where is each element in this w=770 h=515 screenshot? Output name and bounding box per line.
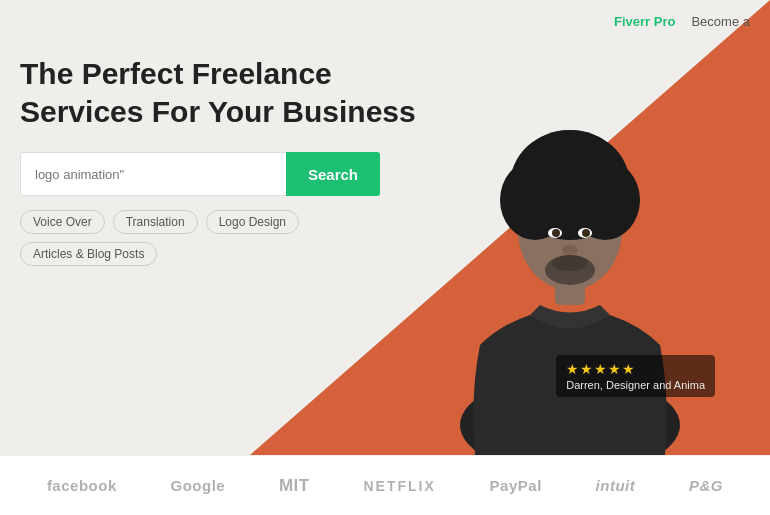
header-nav: Fiverr Pro Become a	[614, 14, 750, 29]
header: Fiverr Pro Become a	[0, 0, 770, 42]
rating-badge: ★★★★★ Darren, Designer and Anima	[556, 355, 715, 397]
svg-point-9	[552, 229, 560, 237]
svg-point-11	[562, 245, 578, 255]
tag-articles[interactable]: Articles & Blog Posts	[20, 242, 157, 266]
person-title: Designer and Anima	[606, 379, 705, 391]
quick-tags: Voice Over Translation Logo Design Artic…	[20, 210, 420, 266]
search-bar: Search	[20, 152, 380, 196]
hero-title-line2: Services For Your Business	[20, 95, 416, 128]
brand-paypal: PayPal	[490, 477, 542, 494]
brand-pg: P&G	[689, 477, 723, 494]
person-name: Darren,	[566, 379, 603, 391]
svg-point-6	[520, 130, 620, 210]
svg-point-10	[582, 229, 590, 237]
tag-translation[interactable]: Translation	[113, 210, 198, 234]
brands-bar: facebook Google MIT NETFLIX PayPal intui…	[0, 455, 770, 515]
hero-section: The Perfect Freelance Services For Your …	[0, 0, 770, 455]
fiverr-pro-link[interactable]: Fiverr Pro	[614, 14, 675, 29]
tag-voice-over[interactable]: Voice Over	[20, 210, 105, 234]
rating-stars: ★★★★★	[566, 361, 705, 377]
tag-logo-design[interactable]: Logo Design	[206, 210, 299, 234]
search-button[interactable]: Search	[286, 152, 380, 196]
become-seller-link[interactable]: Become a	[691, 14, 750, 29]
rating-text: Darren, Designer and Anima	[566, 379, 705, 391]
hero-title-line1: The Perfect Freelance	[20, 57, 332, 90]
brand-intuit: intuit	[596, 477, 636, 494]
search-input[interactable]	[20, 152, 286, 196]
brand-google: Google	[171, 477, 226, 494]
brand-mit: MIT	[279, 476, 310, 496]
hero-content: The Perfect Freelance Services For Your …	[0, 55, 420, 266]
brand-netflix: NETFLIX	[363, 478, 435, 494]
hero-title: The Perfect Freelance Services For Your …	[20, 55, 420, 130]
svg-point-13	[545, 255, 595, 285]
brand-facebook: facebook	[47, 477, 117, 494]
